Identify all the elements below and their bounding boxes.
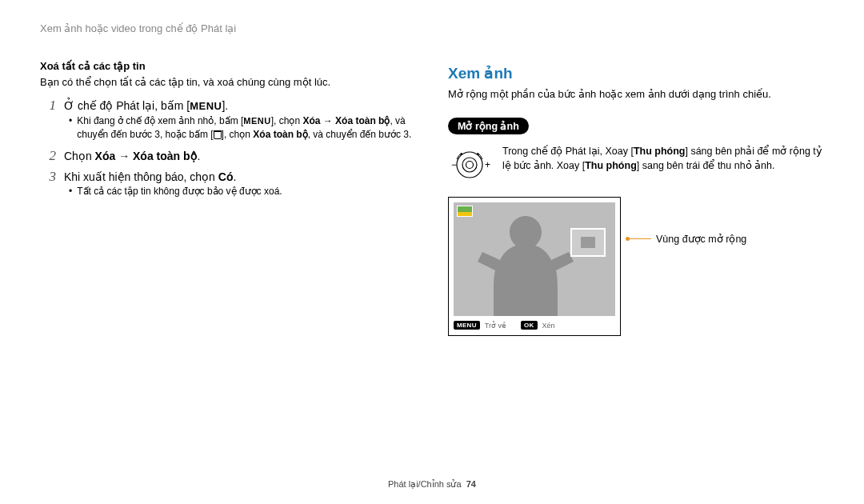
text: ] sang bên trái để thu nhỏ ảnh. (637, 160, 775, 171)
trash-icon (214, 130, 222, 139)
delete-all-intro: Bạn có thể chọn tất cả các tập tin, và x… (40, 75, 416, 90)
back-label: Trở về (485, 322, 506, 330)
preview-image-area (454, 202, 615, 316)
step-number: 1 (43, 98, 56, 114)
callout-leader-line (629, 238, 651, 239)
left-column: Xem ảnh hoặc video trong chế độ Phát lại… (40, 22, 416, 336)
ok-button-label: OK (521, 321, 538, 330)
text: ], chọn (271, 115, 303, 126)
text: Khi đang ở chế độ xem ảnh nhỏ, bấm [ (77, 115, 243, 126)
step-2: 2 Chọn Xóa → Xóa toàn bộ. (43, 148, 416, 164)
bullet-dot: • (69, 185, 72, 198)
svg-point-0 (457, 152, 482, 178)
step-number: 2 (43, 148, 56, 164)
text: , và chuyển đến bước 3. (308, 129, 412, 140)
bold-text: Xóa → Xóa toàn bộ (302, 115, 390, 126)
thumbnail-indicator (457, 206, 473, 217)
text: Khi xuất hiện thông báo, chọn (64, 170, 218, 183)
bold-text: Có (218, 170, 234, 183)
callout-text: Vùng được mở rộng (656, 233, 746, 245)
preview-row: MENU Trở về OK Xén Vùng được mở rộng (448, 197, 824, 336)
step-list: 1 Ở chế độ Phát lại, bấm [MENU]. • Khi đ… (43, 98, 416, 200)
step-1: 1 Ở chế độ Phát lại, bấm [MENU]. • Khi đ… (43, 98, 416, 142)
menu-label: MENU (190, 100, 222, 112)
step-body: Ở chế độ Phát lại, bấm [MENU]. • Khi đan… (64, 98, 416, 142)
step-number: 3 (43, 169, 56, 185)
bold-text: Xóa toàn bộ (253, 129, 307, 140)
right-column: Xem ảnh Mở rộng một phần của bức ảnh hoặ… (448, 22, 824, 336)
preview-footer-bar: MENU Trở về OK Xén (454, 318, 615, 332)
page-number: 74 (466, 479, 476, 489)
page-content: Xem ảnh hoặc video trong chế độ Phát lại… (0, 0, 864, 344)
crop-label: Xén (542, 322, 555, 330)
step-3: 3 Khi xuất hiện thông báo, chọn Có. • Tấ… (43, 169, 416, 200)
svg-point-1 (462, 158, 477, 172)
zoom-region-indicator (570, 228, 606, 257)
breadcrumb: Xem ảnh hoặc video trong chế độ Phát lại (40, 22, 416, 34)
text: ], chọn (222, 129, 254, 140)
enlarge-pill: Mở rộng ảnh (448, 118, 529, 134)
delete-all-heading: Xoá tất cả các tập tin (40, 60, 416, 72)
camera-screen-preview: MENU Trở về OK Xén (448, 197, 621, 336)
note-text: Tất cả các tập tin không được bảo vệ đượ… (77, 185, 282, 198)
note-text: Khi đang ở chế độ xem ảnh nhỏ, bấm [MENU… (77, 114, 416, 142)
view-photo-heading: Xem ảnh (448, 64, 824, 82)
page-footer: Phát lại/Chỉnh sửa 74 (0, 479, 864, 490)
bullet-dot: • (69, 114, 72, 142)
zoom-instruction: − + Trong chế độ Phát lại, Xoay [Thu phó… (448, 144, 824, 187)
bold-text: Xóa → Xóa toàn bộ (95, 150, 198, 162)
zoom-dial-icon: − + (448, 146, 491, 187)
step-body: Khi xuất hiện thông báo, chọn Có. • Tất … (64, 169, 416, 200)
footer-section: Phát lại/Chỉnh sửa (388, 479, 462, 489)
plus-label: + (485, 159, 490, 170)
menu-label: MENU (243, 116, 270, 126)
zoom-region-callout: Vùng được mở rộng (629, 197, 746, 245)
text: Ở chế độ Phát lại, bấm [ (64, 99, 190, 112)
text: . (198, 150, 201, 162)
text: Trong chế độ Phát lại, Xoay [ (502, 146, 634, 157)
step-1-note: • Khi đang ở chế độ xem ảnh nhỏ, bấm [ME… (69, 114, 416, 142)
subject-silhouette-icon (478, 216, 574, 316)
step-body: Chọn Xóa → Xóa toàn bộ. (64, 148, 416, 164)
step-3-note: • Tất cả các tập tin không được bảo vệ đ… (69, 185, 416, 198)
text: . (233, 170, 236, 183)
menu-button-label: MENU (454, 321, 480, 330)
zoom-text: Trong chế độ Phát lại, Xoay [Thu phóng] … (502, 144, 824, 173)
view-photo-intro: Mở rộng một phần của bức ảnh hoặc xem ản… (448, 87, 824, 102)
bold-text: Thu phóng (585, 160, 637, 171)
text: ]. (222, 99, 228, 112)
minus-label: − (451, 159, 457, 170)
svg-point-2 (466, 162, 474, 169)
text: Chọn (64, 150, 95, 162)
bold-text: Thu phóng (634, 146, 686, 157)
